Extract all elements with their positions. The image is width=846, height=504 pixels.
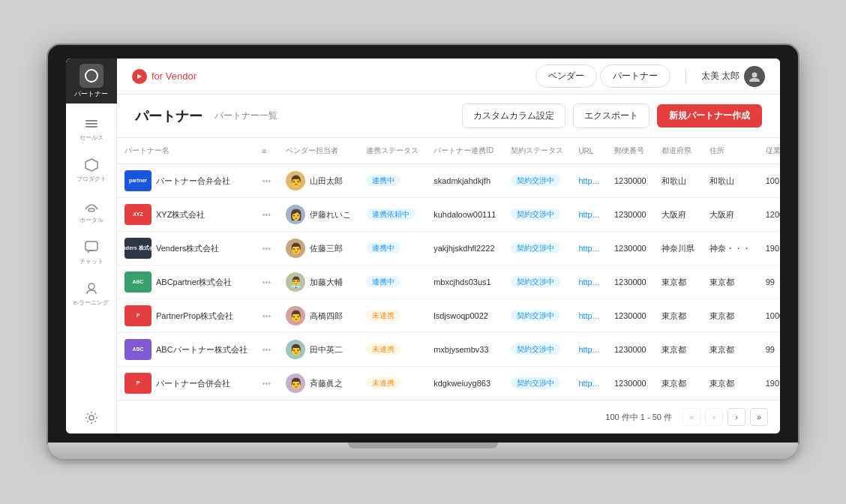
prefecture: 東京都 <box>654 266 702 299</box>
page-last-button[interactable]: » <box>750 408 768 426</box>
employees: 190 <box>758 367 780 400</box>
row-menu[interactable]: ••• <box>255 333 279 367</box>
export-button[interactable]: エクスポート <box>573 104 650 128</box>
pagination-range-label: 件 <box>664 412 672 422</box>
row-menu[interactable]: ••• <box>255 299 279 333</box>
tab-vendor[interactable]: ベンダー <box>536 64 597 88</box>
employees: 1000 <box>758 299 780 333</box>
row-menu[interactable]: ••• <box>255 232 279 266</box>
table-row[interactable]: ABC ABCパートナー株式会社 ••• 👨 田中英二 未連携 mxbjysem… <box>117 333 780 367</box>
contract-status: 契約交渉中 <box>503 299 571 333</box>
contract-status-badge: 契約交渉中 <box>511 276 560 287</box>
vendor-cell: 👨 山田太郎 <box>278 164 358 198</box>
company-logo: P <box>124 305 152 326</box>
sidebar: パートナー セールス <box>66 58 117 434</box>
sidebar-sales-label: セールス <box>80 134 104 142</box>
prefecture: 神奈川県 <box>654 232 702 266</box>
employees: 190 <box>758 232 780 266</box>
vendor-name: 佐藤三郎 <box>310 243 343 254</box>
col-sort-icon[interactable]: ≡ <box>255 138 279 164</box>
sidebar-bottom[interactable] <box>85 411 98 434</box>
partner-id: yakjhjskdhfl2222 <box>426 232 503 266</box>
custom-column-button[interactable]: カスタムカラム設定 <box>462 104 566 128</box>
table-header-row: パートナー名 ≡ ベンダー担当者 連携ステータス パートナー連携ID 契約ステー… <box>117 138 780 164</box>
sidebar-item-elearning[interactable]: e-ラーニング <box>70 274 112 313</box>
table-row[interactable]: P PartnerProp株式会社 ••• 👨 高橋四郎 未連携 lsdjswo… <box>117 299 780 333</box>
link-status: 未連携 <box>358 367 426 400</box>
row-menu[interactable]: ••• <box>255 198 279 232</box>
table-row[interactable]: XYZ XYZ株式会社 ••• 👩 伊藤れいこ 連携依頼中 kuhdaloow0… <box>117 198 780 232</box>
sidebar-nav: セールス プロダクト <box>70 104 112 411</box>
sidebar-item-portal[interactable]: ポータル <box>70 192 112 230</box>
row-menu[interactable]: ••• <box>255 164 279 198</box>
company-logo: Venders 株式会社 <box>124 238 152 259</box>
link-status: 連携中 <box>358 164 426 198</box>
url: http... <box>571 367 607 400</box>
vendor-cell: 👨 田中英二 <box>278 333 358 367</box>
vendor-name: 加藤大輔 <box>310 277 343 288</box>
col-partner-name: パートナー名 <box>117 138 255 164</box>
svg-point-4 <box>88 208 94 212</box>
prefecture: 和歌山 <box>654 164 702 198</box>
sidebar-item-chat[interactable]: チャット <box>70 233 112 272</box>
sidebar-item-product[interactable]: プロダクト <box>70 151 112 189</box>
contract-status-badge: 契約交渉中 <box>511 310 560 321</box>
portal-icon <box>83 198 100 214</box>
table-row[interactable]: ABC ABCpartner株式会社 ••• 👨‍💼 加藤大輔 連携中 mbxc… <box>117 266 780 299</box>
col-link-status: 連携ステータス <box>358 138 426 164</box>
partner-id: kdgkweiuyg863 <box>426 367 503 400</box>
sidebar-item-sales[interactable]: セールス <box>70 110 112 148</box>
postal: 1230000 <box>607 299 654 333</box>
breadcrumb: パートナー一覧 <box>214 110 278 122</box>
page-first-button[interactable]: « <box>682 408 700 426</box>
svg-rect-1 <box>86 123 98 124</box>
sidebar-product-label: プロダクト <box>76 175 106 183</box>
svg-rect-0 <box>86 120 98 122</box>
vendor-cell: 👨 斉藤眞之 <box>278 367 358 400</box>
table-area[interactable]: パートナー名 ≡ ベンダー担当者 連携ステータス パートナー連携ID 契約ステー… <box>117 138 780 400</box>
partner-id: lsdjswoqp0022 <box>426 299 503 333</box>
address: 東京都 <box>702 299 758 333</box>
postal: 1230000 <box>607 164 654 198</box>
postal: 1230000 <box>607 198 654 232</box>
topnav-logo-icon <box>132 69 147 84</box>
topnav-username: 太美 太郎 <box>701 70 740 82</box>
vendor-name: 斉藤眞之 <box>310 378 343 389</box>
link-status: 未連携 <box>358 333 426 367</box>
page-prev-button[interactable]: ‹ <box>705 408 723 426</box>
tab-partner[interactable]: パートナー <box>600 64 670 88</box>
company-name: パートナー合併会社 <box>156 378 230 389</box>
postal: 1230000 <box>607 266 654 299</box>
postal: 1230000 <box>607 333 654 367</box>
page-next-button[interactable]: › <box>728 408 746 426</box>
link-status: 連携中 <box>358 266 426 299</box>
sidebar-logo[interactable]: パートナー <box>66 58 117 104</box>
link-status-badge: 連携中 <box>366 242 400 254</box>
vendor-avatar: 👨 <box>286 171 305 190</box>
url: http... <box>571 198 607 232</box>
col-contract-status: 契約ステータス <box>503 138 571 164</box>
company-logo: ABC <box>124 272 152 292</box>
company-cell: XYZ XYZ株式会社 <box>117 198 255 232</box>
row-menu[interactable]: ••• <box>255 367 279 400</box>
company-name: Venders株式会社 <box>156 243 219 254</box>
contract-status: 契約交渉中 <box>503 367 571 400</box>
new-partner-button[interactable]: 新規パートナー作成 <box>657 104 762 128</box>
vendor-name: 高橋四郎 <box>310 310 343 322</box>
col-address: 住所 <box>702 138 758 164</box>
row-menu[interactable]: ••• <box>255 266 279 299</box>
company-cell: partner パートナー合弁会社 <box>117 164 255 198</box>
link-status: 連携依頼中 <box>358 198 426 232</box>
table-row[interactable]: P パートナー合併会社 ••• 👨 斉藤眞之 未連携 kdgkweiuyg863… <box>117 367 780 400</box>
vendor-avatar: 👨 <box>286 374 305 393</box>
link-status-badge: 未連携 <box>366 344 400 355</box>
company-cell: P PartnerProp株式会社 <box>117 299 255 333</box>
table-row[interactable]: partner パートナー合弁会社 ••• 👨 山田太郎 連携中 skadmkj… <box>117 164 780 198</box>
col-employees: 従業員数 <box>758 138 780 164</box>
company-name: XYZ株式会社 <box>156 209 205 220</box>
col-vendor: ベンダー担当者 <box>278 138 358 164</box>
chat-icon <box>83 239 100 256</box>
link-status: 未連携 <box>358 299 426 333</box>
topnav-user[interactable]: 太美 太郎 <box>701 66 765 87</box>
table-row[interactable]: Venders 株式会社 Venders株式会社 ••• 👨 佐藤三郎 連携中 … <box>117 232 780 266</box>
